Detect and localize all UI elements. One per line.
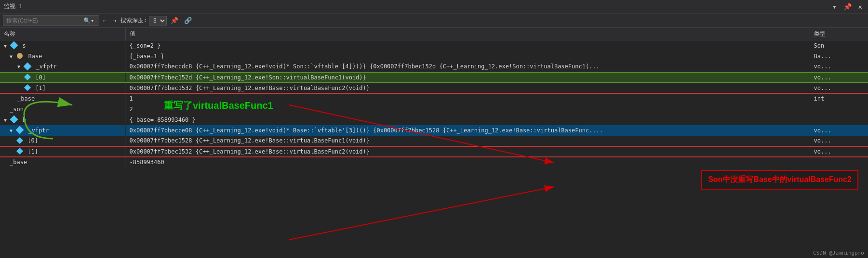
ptr-icon: [24, 62, 32, 70]
row-name: s: [23, 42, 26, 49]
type-cell: vo...: [810, 62, 868, 72]
table-header-row: 名称 值 类型: [0, 28, 868, 40]
row-value: 0x00007ff7bbec1528 {C++_Learning_12.exe!…: [130, 137, 370, 144]
dropdown-btn[interactable]: ▾: [830, 2, 838, 12]
type-cell: vo...: [810, 136, 868, 146]
value-cell: 0x00007ff7bbec152d {C++_Learning_12.exe!…: [125, 72, 810, 83]
value-cell: {_base=1 }: [125, 51, 810, 62]
depth-select[interactable]: 3 1 2 4 5: [149, 16, 167, 26]
row-type: vo...: [814, 63, 831, 70]
row-type: vo...: [814, 137, 831, 144]
row-type: vo...: [814, 74, 831, 81]
type-cell: vo...: [810, 146, 868, 157]
row-type: Ba...: [814, 53, 831, 60]
type-cell: vo...: [810, 83, 868, 93]
close-btn[interactable]: ✕: [856, 2, 864, 12]
row-name: _son: [10, 106, 24, 113]
value-cell: {_son=2 }: [125, 40, 810, 51]
pin-btn[interactable]: 📌: [841, 2, 854, 12]
search-input[interactable]: [6, 17, 83, 24]
expand-icon[interactable]: ▼: [10, 54, 13, 59]
value-cell: -858993460: [125, 157, 810, 168]
expand-icon[interactable]: ▼: [4, 43, 7, 49]
type-cell: [810, 104, 868, 115]
row-type: int: [814, 95, 825, 102]
table-row[interactable]: [0] 0x00007ff7bbec152d {C++_Learning_12.…: [0, 72, 868, 83]
row-name: _base: [17, 95, 35, 102]
value-cell: 0x00007ff7bbeccdc8 {C++_Learning_12.exe!…: [125, 62, 810, 72]
pin-icon[interactable]: 📌: [169, 16, 180, 25]
depth-label: 搜索深度:: [120, 16, 147, 25]
type-cell: [810, 157, 868, 168]
name-cell: ▼ Base: [0, 51, 125, 62]
row-value: 0x00007ff7bbec1532 {C++_Learning_12.exe!…: [130, 85, 370, 91]
table-row[interactable]: ▼ b {_base=-858993460 }: [0, 115, 868, 125]
title-bar: 监视 1 ▾ 📌 ✕: [0, 0, 868, 13]
name-cell: ▼ _vfptr: [0, 125, 125, 136]
red-annotation-box: Son中没重写Base中的virtualBaseFunc2: [701, 170, 858, 190]
name-cell: ▼ _vfptr: [0, 62, 125, 72]
forward-btn[interactable]: →: [111, 16, 119, 25]
table-row[interactable]: [1] 0x00007ff7bbec1532 {C++_Learning_12.…: [0, 83, 868, 93]
row-type: vo...: [814, 148, 831, 155]
row-value: -858993460: [130, 159, 164, 166]
type-cell: [810, 115, 868, 125]
row-type: vo...: [814, 85, 831, 91]
name-cell: [0]: [0, 72, 125, 83]
header-type: 类型: [810, 28, 868, 40]
table-row[interactable]: _base 1 int: [0, 93, 868, 104]
table-row[interactable]: _base -858993460: [0, 157, 868, 168]
table-row[interactable]: _son 2: [0, 104, 868, 115]
row-value: {_base=1 }: [130, 53, 164, 60]
ptr-icon: [16, 126, 24, 134]
value-cell: 0x00007ff7bbec1532 {C++_Learning_12.exe!…: [125, 146, 810, 157]
table-row[interactable]: [1] 0x00007ff7bbec1532 {C++_Learning_12.…: [0, 146, 868, 157]
row-name: _vfptr: [36, 63, 57, 70]
title-bar-right: ▾ 📌 ✕: [830, 2, 864, 12]
value-cell: 1: [125, 93, 810, 104]
table-container: 名称 值 类型 ▼ s {_son=2 } S: [0, 28, 868, 258]
item-icon: [16, 137, 23, 143]
item-icon: [16, 148, 23, 155]
row-value: 2: [130, 106, 133, 113]
expand-icon[interactable]: ▼: [17, 64, 20, 69]
type-cell: int: [810, 93, 868, 104]
row-value: {_son=2 }: [130, 42, 161, 49]
red-arrow-svg-2: [289, 235, 627, 258]
base-icon: [17, 53, 23, 59]
search-icon[interactable]: 🔍▾: [83, 17, 94, 24]
name-cell: [1]: [0, 146, 125, 157]
item-icon: [24, 74, 31, 80]
watch-table: 名称 值 类型 ▼ s {_son=2 } S: [0, 28, 868, 168]
link-icon[interactable]: 🔗: [182, 16, 194, 25]
expand-icon[interactable]: ▼: [10, 128, 13, 133]
red-annotation-text: Son中没重写Base中的virtualBaseFunc2: [708, 175, 852, 183]
watermark: CSDN @Jamningpro: [813, 250, 864, 256]
value-cell: 0x00007ff7bbec1528 {C++_Learning_12.exe!…: [125, 136, 810, 146]
row-value: 0x00007ff7bbec1532 {C++_Learning_12.exe!…: [130, 148, 370, 155]
table-row[interactable]: [0] 0x00007ff7bbec1528 {C++_Learning_12.…: [0, 136, 868, 146]
expand-icon[interactable]: ▼: [4, 117, 7, 123]
name-cell: _base: [0, 157, 125, 168]
title-bar-left: 监视 1: [4, 2, 22, 11]
back-btn[interactable]: ←: [101, 16, 109, 25]
type-cell: vo...: [810, 125, 868, 136]
value-cell: 0x00007ff7bbec1532 {C++_Learning_12.exe!…: [125, 83, 810, 93]
table-row[interactable]: ▼ _vfptr 0x00007ff7bbeccdc8 {C++_Learnin…: [0, 62, 868, 72]
value-cell: 0x00007ff7bbecce08 {C++_Learning_12.exe!…: [125, 125, 810, 136]
table-row[interactable]: ▼ s {_son=2 } Son: [0, 40, 868, 51]
row-name: Base: [28, 53, 42, 60]
row-value: 1: [130, 95, 133, 102]
object-icon: [10, 41, 18, 50]
name-cell: ▼ s: [0, 40, 125, 51]
window-title: 监视 1: [4, 2, 22, 11]
row-name: [1]: [27, 148, 38, 155]
table-row[interactable]: ▼ Base {_base=1 } Ba...: [0, 51, 868, 62]
value-cell: {_base=-858993460 }: [125, 115, 810, 125]
row-name: [1]: [35, 85, 46, 91]
search-box[interactable]: 🔍▾: [3, 15, 99, 26]
row-type: Son: [814, 42, 825, 49]
table-row[interactable]: ▼ _vfptr 0x00007ff7bbecce08 {C++_Learnin…: [0, 125, 868, 136]
toolbar: 🔍▾ ← → 搜索深度: 3 1 2 4 5 📌 🔗: [0, 13, 868, 28]
row-value: 0x00007ff7bbec152d {C++_Learning_12.exe!…: [130, 74, 366, 81]
